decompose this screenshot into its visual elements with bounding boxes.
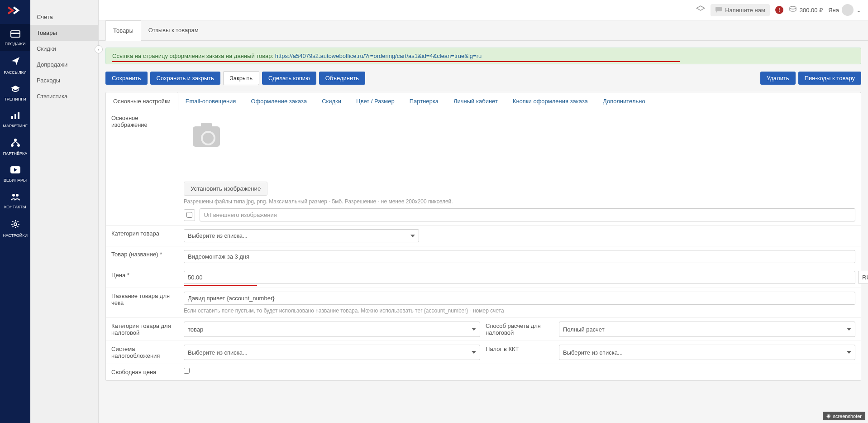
content-area: Ссылка на страницу оформления заказа на … bbox=[99, 41, 868, 423]
coins-icon bbox=[789, 6, 797, 14]
tab-additional[interactable]: Дополнительно bbox=[596, 92, 653, 110]
screenshoter-label: screenshoter bbox=[833, 413, 862, 419]
play-icon bbox=[10, 166, 21, 176]
main-area: Напишите нам ! 300.00 ₽ Яна ⌄ Товары Отз… bbox=[99, 0, 868, 423]
nodes-icon bbox=[10, 138, 20, 149]
nav-light-sidebar: Счета Товары Скидки Допродажи Расходы Ст… bbox=[30, 0, 99, 423]
category-label: Категория товара bbox=[106, 226, 178, 246]
copy-button[interactable]: Сделать копию bbox=[262, 72, 316, 85]
svg-rect-2 bbox=[11, 116, 13, 119]
image-placeholder bbox=[184, 118, 229, 154]
camera-small-icon: ◉ bbox=[826, 413, 831, 419]
nav-trainings[interactable]: ТРЕНИНГИ bbox=[0, 79, 30, 106]
sidebar-collapse-button[interactable]: ‹ bbox=[95, 45, 103, 53]
subnav-stats[interactable]: Статистика bbox=[30, 88, 98, 104]
subnav-products[interactable]: Товары bbox=[30, 25, 98, 41]
page-subtabs: Товары Отзывы к товарам bbox=[99, 20, 868, 41]
tax-system-select[interactable]: Выберите из списка... bbox=[184, 345, 480, 360]
receipt-help-text: Если оставить поле пустым, то будет испо… bbox=[184, 308, 855, 314]
subnav-discounts[interactable]: Скидки bbox=[30, 41, 98, 57]
external-url-input[interactable] bbox=[200, 208, 855, 221]
free-price-label: Свободная цена bbox=[106, 364, 178, 380]
svg-point-11 bbox=[14, 223, 17, 226]
nav-marketing[interactable]: МАРКЕТИНГ bbox=[0, 106, 30, 133]
users-icon bbox=[10, 192, 21, 203]
chart-icon bbox=[10, 111, 20, 122]
close-button[interactable]: Закрыть bbox=[223, 71, 259, 85]
tab-email[interactable]: Email-оповещения bbox=[178, 92, 244, 110]
user-menu[interactable]: Яна ⌄ bbox=[828, 4, 861, 16]
pins-button[interactable]: Пин-коды к товару bbox=[798, 72, 861, 85]
name-label: Товар (название) * bbox=[106, 246, 178, 267]
nav-label: ВЕБИНАРЫ bbox=[4, 178, 27, 183]
receipt-name-label: Название товара для чека bbox=[106, 288, 178, 317]
kkt-select[interactable]: Выберите из списка... bbox=[559, 345, 855, 360]
write-us-button[interactable]: Напишите нам bbox=[711, 4, 770, 16]
subtab-reviews[interactable]: Отзывы к товарам bbox=[141, 20, 206, 40]
currency-select[interactable]: RUB bbox=[858, 271, 868, 284]
external-url-checkbox[interactable] bbox=[186, 212, 192, 218]
card-icon bbox=[10, 29, 20, 40]
form-panel: Основное изображение Установить изображе… bbox=[105, 110, 861, 381]
nav-contacts[interactable]: КОНТАКТЫ bbox=[0, 187, 30, 214]
receipt-name-input[interactable] bbox=[184, 292, 855, 305]
chevron-down-icon: ⌄ bbox=[856, 7, 861, 14]
nav-label: МАРКЕТИНГ bbox=[3, 124, 27, 128]
graduation-icon[interactable] bbox=[696, 5, 705, 14]
highlight-underline bbox=[112, 61, 680, 62]
tab-checkout-buttons[interactable]: Кнопки оформления заказа bbox=[506, 92, 596, 110]
subnav-upsells[interactable]: Допродажи bbox=[30, 57, 98, 72]
nav-sales[interactable]: ПРОДАЖИ bbox=[0, 24, 30, 51]
category-select[interactable]: Выберите из списка... bbox=[184, 229, 419, 242]
tax-category-select[interactable]: товар bbox=[184, 322, 480, 337]
subnav-expenses[interactable]: Расходы bbox=[30, 72, 98, 88]
alert-prefix: Ссылка на страницу оформления заказа на … bbox=[112, 53, 275, 59]
nav-label: КОНТАКТЫ bbox=[4, 205, 26, 209]
nav-webinars[interactable]: ВЕБИНАРЫ bbox=[0, 160, 30, 187]
tab-color-size[interactable]: Цвет / Размер bbox=[349, 92, 402, 110]
nav-label: РАССЫЛКИ bbox=[4, 70, 27, 75]
payment-method-select[interactable]: Полный расчет bbox=[559, 322, 855, 337]
svg-rect-1 bbox=[11, 33, 20, 34]
app-logo bbox=[6, 4, 24, 17]
svg-point-7 bbox=[17, 144, 20, 147]
balance-display[interactable]: 300.00 ₽ bbox=[789, 6, 823, 14]
grad-icon bbox=[10, 85, 21, 95]
tax-system-label: Система налогообложения bbox=[106, 341, 178, 364]
delete-button[interactable]: Удалить bbox=[760, 72, 796, 85]
kkt-label: Налог в ККТ bbox=[486, 341, 553, 364]
subnav-accounts[interactable]: Счета bbox=[30, 9, 98, 25]
order-link[interactable]: https://a54079s2.autoweboffice.ru/?r=ord… bbox=[275, 53, 482, 59]
nav-settings[interactable]: НАСТРОЙКИ bbox=[0, 214, 30, 242]
write-us-label: Напишите нам bbox=[725, 7, 765, 14]
save-close-button[interactable]: Сохранить и закрыть bbox=[150, 72, 220, 85]
nav-mailings[interactable]: РАССЫЛКИ bbox=[0, 51, 30, 79]
subtab-products[interactable]: Товары bbox=[105, 20, 141, 41]
tab-cabinet[interactable]: Личный кабинет bbox=[446, 92, 506, 110]
image-label: Основное изображение bbox=[106, 110, 178, 225]
tab-partner[interactable]: Партнерка bbox=[402, 92, 446, 110]
tax-category-label: Категория товара для налоговой bbox=[106, 318, 178, 341]
image-help-text: Разрешены файлы типа jpg, png. Максималь… bbox=[184, 198, 855, 205]
alert-badge[interactable]: ! bbox=[775, 6, 783, 14]
nav-label: ТРЕНИНГИ bbox=[4, 97, 26, 101]
avatar bbox=[842, 4, 854, 16]
tab-discounts[interactable]: Скидки bbox=[315, 92, 349, 110]
nav-partners[interactable]: ПАРТНЁРКА bbox=[0, 133, 30, 160]
tab-checkout[interactable]: Оформление заказа bbox=[243, 92, 315, 110]
price-input[interactable] bbox=[184, 271, 855, 284]
form-tabs: Основные настройки Email-оповещения Офор… bbox=[105, 92, 861, 110]
order-link-alert: Ссылка на страницу оформления заказа на … bbox=[105, 48, 861, 64]
merge-button[interactable]: Объединить bbox=[319, 72, 365, 85]
action-buttons-row: Сохранить Сохранить и закрыть Закрыть Сд… bbox=[105, 71, 861, 85]
save-button[interactable]: Сохранить bbox=[105, 72, 148, 85]
set-image-button[interactable]: Установить изображение bbox=[184, 182, 267, 196]
tab-main-settings[interactable]: Основные настройки bbox=[106, 92, 178, 111]
product-name-input[interactable] bbox=[184, 250, 855, 263]
nav-label: ПРОДАЖИ bbox=[5, 42, 26, 46]
top-header: Напишите нам ! 300.00 ₽ Яна ⌄ bbox=[99, 0, 868, 20]
free-price-checkbox[interactable] bbox=[184, 368, 190, 374]
nav-dark-sidebar: ПРОДАЖИ РАССЫЛКИ ТРЕНИНГИ МАРКЕТИНГ ПАРТ… bbox=[0, 0, 30, 423]
svg-point-5 bbox=[14, 139, 17, 141]
svg-rect-4 bbox=[18, 112, 19, 119]
